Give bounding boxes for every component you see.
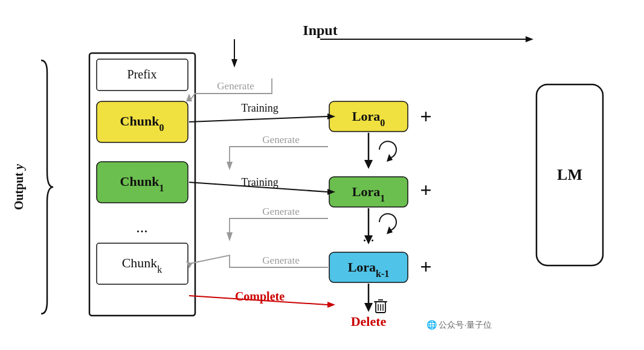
dots-left: ... [136,218,148,236]
svg-marker-19 [327,302,335,308]
complete-label: Complete [235,290,285,304]
plus1: + [420,179,431,201]
plus0: + [420,105,431,127]
output-y-label: Output y [12,164,26,210]
generate2-label: Generate [262,206,299,217]
training0-label: Training [241,102,278,114]
plusk1: + [420,255,431,278]
curly-brace [41,60,53,314]
svg-marker-8 [231,59,237,68]
svg-marker-10 [364,160,373,169]
generate0-label: Generate [217,80,254,92]
delete-label: Delete [351,314,387,329]
generate3-label: Generate [262,255,299,266]
svg-marker-16 [227,232,233,241]
training1-label: Training [241,176,278,188]
lm-label: LM [557,166,582,183]
watermark: 🌐 公众号·量子位 [427,320,492,330]
svg-marker-12 [227,162,233,170]
diagram: Input LM Prefix Chunk0 Chunk1 ... Chunkk… [0,0,644,350]
generate1-label: Generate [262,134,299,145]
svg-marker-1 [526,36,533,42]
svg-line-2 [189,116,327,122]
input-label: Input [303,22,337,38]
svg-marker-21 [364,303,373,312]
prefix-label: Prefix [127,68,157,81]
